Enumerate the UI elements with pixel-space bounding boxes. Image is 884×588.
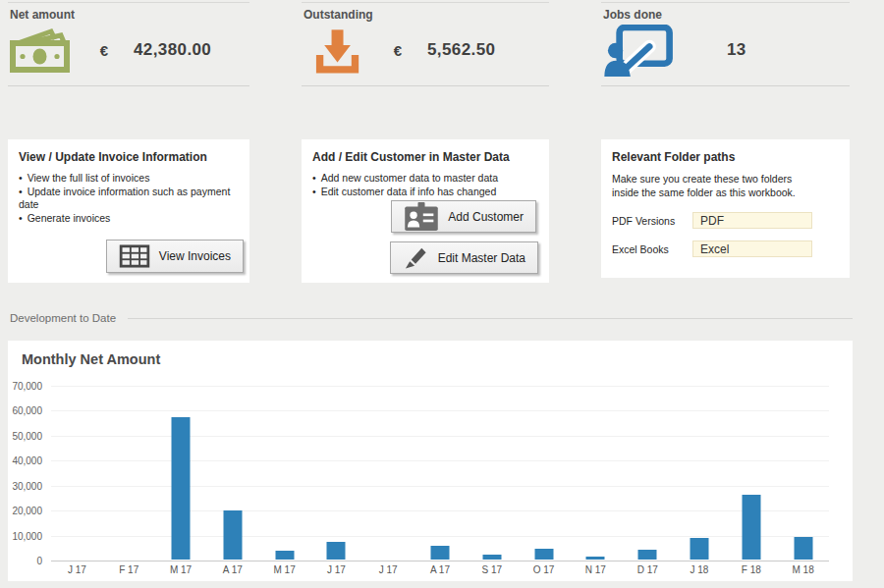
y-tick-label: 20,000: [12, 506, 42, 516]
chart-title: Monthly Net Amount: [8, 341, 853, 367]
section-label: Development to Date: [10, 312, 116, 324]
x-tick-label: A 17: [206, 564, 258, 575]
kpi-card-outstanding: Outstanding € 5,562.50: [302, 2, 549, 86]
bar-slot: [674, 386, 726, 561]
y-tick-label: 0: [36, 556, 42, 566]
x-tick-label: M 17: [155, 564, 207, 575]
bar-slot: [570, 386, 622, 561]
bullet-item: View the full list of invoices: [19, 172, 240, 186]
bar-slot: [777, 386, 829, 561]
x-tick-label: J 17: [310, 564, 362, 575]
x-tick-label: J 17: [51, 564, 103, 575]
x-tick-label: O 17: [518, 564, 570, 575]
x-tick-label: S 17: [466, 564, 518, 575]
kpi-label: Jobs done: [603, 8, 848, 22]
chart-plot: [51, 386, 829, 561]
x-tick-label: M 17: [258, 564, 310, 575]
bar-10-o17: [534, 549, 553, 560]
panel-title: Add / Edit Customer in Master Data: [312, 150, 539, 164]
bar-9-s17: [482, 555, 501, 560]
bullet-item: Add new customer data to master data: [312, 172, 539, 186]
customer-bullet-list: Add new customer data to master data Edi…: [311, 172, 539, 198]
add-customer-button[interactable]: Add Customer: [391, 200, 536, 233]
y-tick-label: 10,000: [12, 530, 42, 541]
bullet-item: Update invoice information such as payme…: [19, 186, 240, 212]
bar-13-j18: [690, 538, 708, 560]
kpi-value-net-amount: 42,380.00: [134, 40, 211, 60]
invoice-bullet-list: View the full list of invoices Update in…: [18, 172, 240, 225]
excel-books-label: Excel Books: [612, 243, 692, 255]
bar-8-a17: [430, 546, 449, 560]
kpi-label: Outstanding: [304, 8, 547, 22]
bar-slot: [466, 386, 518, 561]
money-icon: [10, 27, 84, 73]
bar-slot: [310, 386, 362, 561]
bar-3-m17: [171, 417, 190, 560]
bar-slot: [51, 386, 103, 561]
bar-slot: [622, 386, 674, 561]
development-section-header: Development to Date: [10, 312, 853, 324]
x-tick-label: F 18: [725, 564, 777, 575]
pdf-folder-input[interactable]: [692, 212, 812, 229]
bar-slot: [258, 386, 310, 561]
panel-invoice-information: View / Update Invoice Information View t…: [8, 139, 249, 283]
chart-panel: Monthly Net Amount 70,00060,00050,00040,…: [8, 341, 853, 581]
bullet-item: Edit customer data if info has changed: [312, 186, 539, 199]
kpi-label: Net amount: [10, 8, 248, 22]
bar-15-m18: [794, 537, 812, 560]
x-tick-label: M 18: [777, 564, 829, 575]
panel-folder-paths: Relevant Folder paths Make sure you crea…: [601, 139, 850, 278]
kpi-value-jobs-done: 13: [727, 40, 746, 60]
bar-5-m17: [275, 551, 294, 560]
bar-slot: [206, 386, 258, 561]
excel-books-field-row: Excel Books: [612, 241, 840, 257]
x-tick-label: J 18: [674, 564, 726, 575]
panel-title: View / Update Invoice Information: [19, 150, 240, 164]
pdf-versions-field-row: PDF Versions: [612, 212, 840, 229]
chart-yaxis: 70,00060,00050,00040,00030,00020,00010,0…: [8, 386, 47, 561]
bar-14-f18: [742, 495, 760, 560]
edit-master-data-label: Edit Master Data: [438, 251, 525, 265]
x-tick-label: F 17: [103, 564, 155, 575]
monthly-net-amount-chart: 70,00060,00050,00040,00030,00020,00010,0…: [8, 378, 853, 581]
currency-symbol: €: [386, 42, 410, 59]
x-tick-label: A 17: [414, 564, 467, 575]
x-axis-line: [51, 561, 829, 561]
bullet-item: Generate invoices: [19, 212, 240, 226]
bar-4-a17: [223, 510, 242, 560]
edit-master-data-button[interactable]: Edit Master Data: [390, 241, 538, 274]
section-divider: [128, 318, 853, 319]
pdf-versions-label: PDF Versions: [612, 215, 692, 227]
kpi-value-outstanding: 5,562.50: [427, 40, 495, 60]
bar-slot: [103, 386, 155, 561]
kpi-card-net-amount: Net amount € 42,380.00: [8, 2, 249, 86]
currency-symbol: €: [92, 42, 116, 59]
pencil-icon: [403, 244, 429, 271]
panel-title: Relevant Folder paths: [612, 150, 840, 164]
panel-customer-master-data: Add / Edit Customer in Master Data Add n…: [302, 139, 549, 283]
bar-slot: [362, 386, 414, 561]
bar-slot: [155, 386, 207, 561]
add-customer-label: Add Customer: [448, 210, 524, 224]
action-panels-row: View / Update Invoice Information View t…: [8, 139, 850, 283]
bar-11-n17: [586, 557, 605, 560]
y-tick-label: 40,000: [12, 455, 42, 466]
download-icon: [304, 27, 378, 74]
y-tick-label: 30,000: [12, 480, 42, 491]
table-icon: [119, 244, 150, 268]
y-tick-label: 70,000: [12, 381, 42, 392]
id-card-icon: [404, 202, 439, 232]
bar-slot: [725, 386, 777, 561]
bar-6-j17: [327, 542, 346, 560]
view-invoices-label: View Invoices: [159, 249, 231, 263]
bar-slot: [518, 386, 570, 561]
x-tick-label: D 17: [622, 564, 674, 575]
y-tick-label: 60,000: [12, 405, 42, 416]
view-invoices-button[interactable]: View Invoices: [106, 240, 244, 273]
excel-folder-input[interactable]: [692, 241, 812, 257]
bar-12-d17: [638, 550, 657, 560]
kpi-card-jobs-done: Jobs done 13: [601, 2, 850, 86]
x-tick-label: J 17: [362, 564, 414, 575]
bar-slot: [414, 386, 467, 561]
presentation-icon: [603, 25, 678, 77]
